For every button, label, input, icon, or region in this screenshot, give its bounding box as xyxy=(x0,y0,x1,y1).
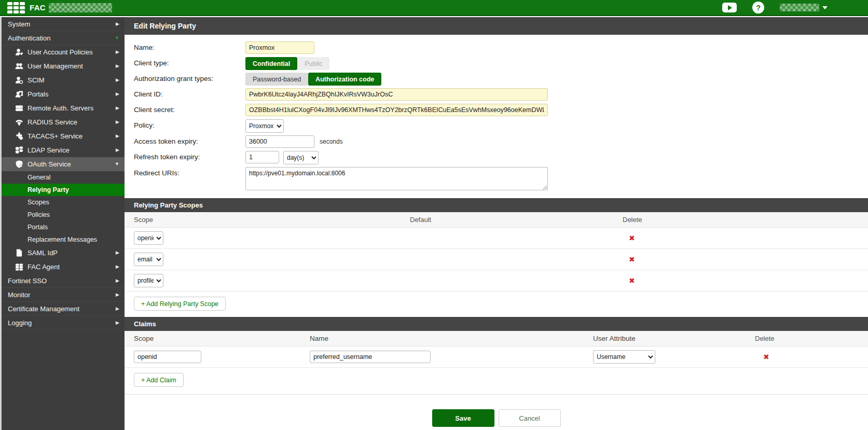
redirect-uris-row: Redirect URIs: https://pve01.mydomain.lo… xyxy=(134,167,868,190)
save-button[interactable]: Save xyxy=(432,409,494,427)
chevron-right-icon: ▶ xyxy=(116,106,119,110)
delete-icon[interactable]: ✖ xyxy=(623,255,868,263)
scope-select[interactable]: openid xyxy=(134,231,163,245)
name-label: Name: xyxy=(134,41,245,51)
access-token-row: Access token expiry: seconds xyxy=(134,135,868,148)
scope-row-openid: openid ✖ xyxy=(125,228,868,249)
client-type-label: Client type: xyxy=(134,57,245,67)
sidebar-item-logging[interactable]: Logging ▶ xyxy=(2,316,125,330)
sidebar-item-user-account-policies[interactable]: User Account Policies ▶ xyxy=(2,45,125,59)
chevron-down-icon: ▼ xyxy=(115,162,119,167)
chevron-right-icon: ▶ xyxy=(116,293,119,297)
add-relying-party-scope-button[interactable]: + Add Relying Party Scope xyxy=(134,297,226,311)
chevron-right-icon: ▶ xyxy=(116,134,119,138)
sidebar-item-oauth-service[interactable]: OAuth Service ▼ xyxy=(2,157,125,171)
grant-authcode-button[interactable]: Authorization code xyxy=(308,73,381,86)
redacted-username xyxy=(780,4,819,11)
chevron-right-icon: ▶ xyxy=(116,78,119,82)
chevron-right-icon: ▶ xyxy=(116,92,119,96)
client-type-row: Client type: Confidential Public xyxy=(134,57,868,70)
sidebar-item-scim[interactable]: SCIM ▶ xyxy=(2,73,125,87)
chevron-down-icon: ▼ xyxy=(115,36,119,40)
help-icon[interactable]: ? xyxy=(752,2,764,13)
sidebar-item-remote-auth-servers[interactable]: Remote Auth. Servers ▶ xyxy=(2,101,125,115)
scope-select[interactable]: profile xyxy=(134,274,163,287)
form-actions: Save Cancel xyxy=(125,394,868,427)
sidebar-item-system[interactable]: System ▶ xyxy=(2,17,125,31)
sidebar-item-authentication[interactable]: Authentication ▼ xyxy=(2,31,125,45)
sidebar-item-monitor[interactable]: Monitor ▶ xyxy=(2,288,125,302)
add-claim-button[interactable]: + Add Claim xyxy=(134,373,184,387)
client-type-public-button[interactable]: Public xyxy=(297,57,329,70)
access-token-input[interactable] xyxy=(245,135,314,148)
sidebar-item-tacacs-service[interactable]: TACACS+ Service ▶ xyxy=(2,129,125,143)
sidebar-item-oauth-general[interactable]: General xyxy=(2,171,125,184)
client-id-label: Client ID: xyxy=(134,88,245,98)
client-id-input[interactable] xyxy=(245,88,548,101)
sidebar-item-user-management[interactable]: User Management ▶ xyxy=(2,59,125,73)
sidebar-item-certificate-management[interactable]: Certificate Management ▶ xyxy=(2,302,125,316)
col-scope: Scope xyxy=(134,335,310,342)
refresh-unit-select[interactable]: day(s) xyxy=(283,151,319,164)
name-row: Name: xyxy=(134,41,868,54)
claim-scope-input[interactable] xyxy=(134,351,201,363)
scope-row-profile: profile ✖ xyxy=(125,270,868,292)
refresh-token-input[interactable] xyxy=(245,151,279,163)
chevron-right-icon: ▶ xyxy=(116,120,119,124)
client-type-confidential-button[interactable]: Confidential xyxy=(245,57,297,70)
sidebar-item-portals[interactable]: Portals ▶ xyxy=(2,87,125,101)
client-secret-input[interactable] xyxy=(245,104,548,116)
client-secret-row: Client secret: xyxy=(134,104,868,117)
chevron-right-icon: ▶ xyxy=(116,148,119,152)
refresh-token-label: Refresh token expiry: xyxy=(134,151,245,161)
claim-name-input[interactable] xyxy=(310,351,431,363)
sidebar-item-radius-service[interactable]: RADIUS Service ▶ xyxy=(2,115,125,129)
chevron-right-icon: ▶ xyxy=(116,265,119,269)
name-input[interactable] xyxy=(245,41,314,54)
cancel-button[interactable]: Cancel xyxy=(499,409,561,427)
delete-icon[interactable]: ✖ xyxy=(623,276,868,285)
user-sync-icon xyxy=(15,76,24,84)
policy-row: Policy: Proxmox xyxy=(134,119,868,133)
sidebar-item-fac-agent[interactable]: FAC Agent ▶ xyxy=(2,260,125,274)
claims-table-header: Scope Name User Attribute Delete xyxy=(125,331,868,346)
claims-section-title: Claims xyxy=(125,317,868,331)
sidebar-item-fortinet-sso[interactable]: Fortinet SSO ▶ xyxy=(2,274,125,288)
scope-row-email: email ✖ xyxy=(125,249,868,270)
chevron-right-icon: ▶ xyxy=(116,64,119,68)
redirect-uris-textarea[interactable]: https://pve01.mydomain.local:8006 xyxy=(245,167,548,190)
grant-password-button[interactable]: Password-based xyxy=(245,73,308,86)
client-secret-label: Client secret: xyxy=(134,104,245,114)
grid-icon xyxy=(15,263,24,271)
sidebar-item-replacement-messages[interactable]: Replacement Messages xyxy=(2,233,125,246)
chevron-right-icon: ▶ xyxy=(116,279,119,283)
chevron-right-icon: ▶ xyxy=(116,50,119,54)
grant-types-label: Authorization grant types: xyxy=(134,73,245,82)
col-name: Name xyxy=(310,335,593,342)
ldap-tree-icon xyxy=(15,146,24,154)
sidebar-item-oauth-policies[interactable]: Policies xyxy=(2,209,125,221)
shield-icon xyxy=(15,160,24,168)
wifi-icon xyxy=(15,118,24,126)
scope-select[interactable]: email xyxy=(134,253,163,266)
policy-label: Policy: xyxy=(134,119,245,129)
user-attribute-select[interactable]: Username xyxy=(593,350,655,364)
sidebar-item-oauth-scopes[interactable]: Scopes xyxy=(2,196,125,209)
access-token-label: Access token expiry: xyxy=(134,135,245,145)
refresh-token-row: Refresh token expiry: day(s) xyxy=(134,151,868,164)
delete-icon[interactable]: ✖ xyxy=(755,353,868,361)
col-user-attribute: User Attribute xyxy=(593,335,755,342)
claim-row: Username ✖ xyxy=(125,346,868,368)
user-menu[interactable] xyxy=(780,4,828,11)
main-content: Edit Relying Party Name: Client type: Co… xyxy=(125,17,868,430)
col-default: Default xyxy=(410,216,623,224)
delete-icon[interactable]: ✖ xyxy=(623,234,868,242)
youtube-icon[interactable] xyxy=(722,3,737,12)
sidebar-item-relying-party[interactable]: Relying Party xyxy=(2,184,125,196)
chevron-down-icon xyxy=(822,6,828,9)
sidebar-item-oauth-portals[interactable]: Portals xyxy=(2,221,125,233)
sidebar-item-saml-idp[interactable]: SAML IdP ▶ xyxy=(2,246,125,260)
sidebar-item-ldap-service[interactable]: LDAP Service ▶ xyxy=(2,143,125,157)
policy-select[interactable]: Proxmox xyxy=(245,119,284,133)
redirect-uris-label: Redirect URIs: xyxy=(134,167,245,177)
